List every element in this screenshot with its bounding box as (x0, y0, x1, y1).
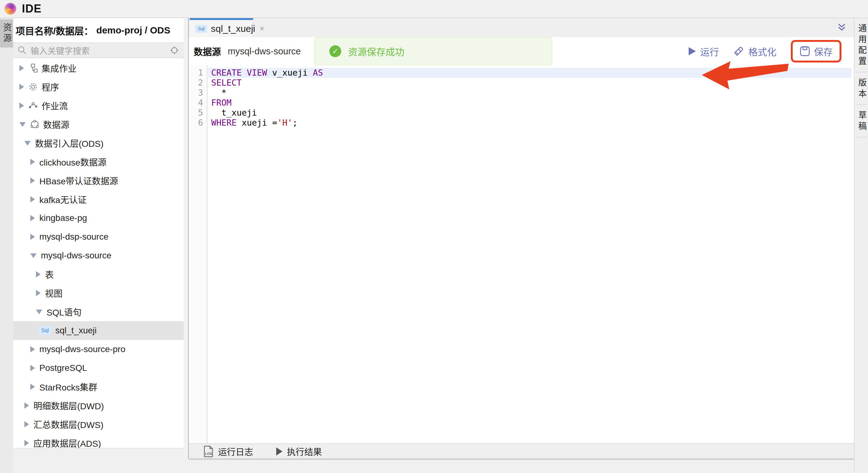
tree-item-作业流[interactable]: 作业流 (13, 96, 184, 115)
code-line-1[interactable]: 1CREATE VIEW v_xueji AS (189, 68, 854, 78)
gear-icon (28, 82, 38, 92)
right-rail-tab-版本[interactable]: 版本 (855, 78, 868, 100)
run-log-tab[interactable]: LOG 运行日志 (203, 445, 253, 458)
tree-item-数据引入层(ODS)[interactable]: 数据引入层(ODS) (13, 134, 184, 153)
tree-item-label: 汇总数据层(DWS) (33, 418, 103, 431)
format-button[interactable]: 格式化 (733, 44, 776, 58)
tab-close-icon[interactable]: × (260, 24, 264, 33)
run-button-label: 运行 (700, 44, 719, 58)
project-layer-value: demo-proj / ODS (96, 25, 170, 36)
tree-item-label: mysql-dws-source (41, 251, 112, 260)
caret-right-icon[interactable] (30, 196, 35, 202)
right-rail-tab-草稿[interactable]: 草稿 (855, 111, 868, 132)
tree-item-SQL语句[interactable]: SQL语句 (13, 303, 184, 321)
success-check-icon: ✓ (329, 45, 341, 57)
save-button[interactable]: 保存 (800, 44, 833, 58)
caret-right-icon[interactable] (19, 102, 24, 109)
code-line-4[interactable]: 4FROM (189, 98, 854, 108)
tree-item-表[interactable]: 表 (13, 265, 184, 284)
caret-right-icon[interactable] (19, 65, 24, 71)
tree-item-程序[interactable]: 程序 (13, 77, 184, 96)
tree-item-label: 应用数据层(ADS) (33, 437, 101, 448)
caret-down-icon[interactable] (36, 310, 42, 314)
run-log-label: 运行日志 (218, 445, 253, 458)
tree-item-视图[interactable]: 视图 (13, 284, 184, 303)
tree-item-sql_t_xueji[interactable]: Sqlsql_t_xueji (13, 321, 184, 340)
code-lines: 1CREATE VIEW v_xueji AS2SELECT3 *4FROM5 … (189, 68, 854, 128)
format-button-label: 格式化 (748, 44, 776, 58)
run-button[interactable]: 运行 (688, 44, 719, 58)
sidebar-header: 项目名称/数据层： demo-proj / ODS (13, 18, 184, 42)
caret-right-icon[interactable] (30, 384, 35, 390)
caret-right-icon[interactable] (19, 84, 24, 90)
code-line-2[interactable]: 2SELECT (189, 78, 854, 88)
tree-item-label: kafka无认证 (39, 193, 87, 206)
caret-right-icon[interactable] (30, 365, 35, 371)
tree-item-mysql-dsp-source[interactable]: mysql-dsp-source (13, 227, 184, 246)
tree-item-mysql-dws-source-pro[interactable]: mysql-dws-source-pro (13, 340, 184, 359)
datasource-icon (30, 120, 39, 129)
caret-right-icon[interactable] (30, 215, 35, 221)
tree-item-应用数据层(ADS)[interactable]: 应用数据层(ADS) (13, 434, 184, 448)
tree-item-PostgreSQL[interactable]: PostgreSQL (13, 359, 184, 377)
caret-down-icon[interactable] (30, 253, 36, 258)
line-number: 4 (189, 98, 208, 108)
caret-right-icon[interactable] (24, 440, 29, 446)
tree-item-集成作业[interactable]: 集成作业 (13, 59, 184, 77)
caret-down-icon[interactable] (19, 122, 26, 127)
code-line-5[interactable]: 5 t_xueji (189, 108, 854, 118)
tree-item-数据源[interactable]: 数据源 (13, 115, 184, 134)
format-brush-icon (733, 46, 745, 57)
tree-item-label: 作业流 (41, 99, 68, 112)
tree-item-kafka无认证[interactable]: kafka无认证 (13, 190, 184, 209)
save-button-label: 保存 (814, 44, 833, 58)
bottom-bar: LOG 运行日志 执行结果 (189, 443, 854, 460)
search-bar[interactable]: 输入关键字搜索 (13, 42, 184, 58)
right-rail-tab-通用配置[interactable]: 通用配置 (855, 24, 868, 67)
panel-resizer[interactable] (184, 18, 189, 459)
caret-right-icon[interactable] (24, 421, 29, 428)
exec-result-tab[interactable]: 执行结果 (276, 445, 322, 458)
line-number: 6 (189, 118, 208, 128)
result-play-icon (276, 447, 282, 455)
caret-right-icon[interactable] (30, 178, 35, 184)
caret-right-icon[interactable] (30, 234, 35, 240)
caret-right-icon[interactable] (36, 271, 41, 277)
code-line-3[interactable]: 3 * (189, 88, 854, 98)
tree-item-汇总数据层(DWS)[interactable]: 汇总数据层(DWS) (13, 415, 184, 434)
sql-badge-icon: Sql (38, 326, 52, 335)
tab-sql-t-xueji[interactable]: Sql sql_t_xueji × (190, 18, 253, 37)
app-title: IDE (22, 2, 41, 15)
sql-code-editor[interactable]: 1CREATE VIEW v_xueji AS2SELECT3 *4FROM5 … (189, 65, 854, 443)
tree-item-kingbase-pg[interactable]: kingbase-pg (13, 209, 184, 227)
caret-right-icon[interactable] (24, 402, 29, 409)
tree-item-label: HBase带认证数据源 (39, 174, 118, 187)
tree-item-StarRocks集群[interactable]: StarRocks集群 (13, 377, 184, 396)
datasource-label: 数据源 (194, 45, 221, 58)
code-line-content: WHERE xueji ='H'; (208, 118, 854, 128)
tree-item-label: clickhouse数据源 (39, 156, 106, 168)
rail-tab-resources[interactable]: 资源 (0, 19, 13, 48)
tree-item-HBase带认证数据源[interactable]: HBase带认证数据源 (13, 171, 184, 190)
tree-item-明细数据层(DWD)[interactable]: 明细数据层(DWD) (13, 396, 184, 415)
workflow-icon (28, 101, 38, 110)
caret-right-icon[interactable] (36, 290, 41, 296)
caret-down-icon[interactable] (24, 141, 31, 146)
code-line-content: CREATE VIEW v_xueji AS (208, 68, 851, 78)
caret-right-icon[interactable] (30, 159, 35, 165)
datasource-value[interactable]: mysql-dws-source (228, 46, 301, 57)
line-number: 2 (189, 78, 208, 88)
resource-sidebar: 项目名称/数据层： demo-proj / ODS 输入关键字搜索 集成作业程序… (13, 18, 184, 448)
right-rail-divider (856, 72, 867, 72)
tree-item-mysql-dws-source[interactable]: mysql-dws-source (13, 246, 184, 265)
code-line-6[interactable]: 6WHERE xueji ='H'; (189, 118, 854, 128)
caret-right-icon[interactable] (30, 346, 35, 352)
search-input[interactable]: 输入关键字搜索 (31, 44, 184, 57)
tree-item-clickhouse数据源[interactable]: clickhouse数据源 (13, 153, 184, 171)
collapse-double-chevron-icon[interactable] (836, 23, 847, 33)
locate-icon[interactable] (170, 46, 179, 55)
svg-text:LOG: LOG (205, 452, 213, 455)
save-success-toast: ✓ 资源保存成功 (314, 37, 552, 66)
annotation-highlight-box: 保存 (791, 40, 841, 62)
toast-message: 资源保存成功 (348, 44, 404, 58)
